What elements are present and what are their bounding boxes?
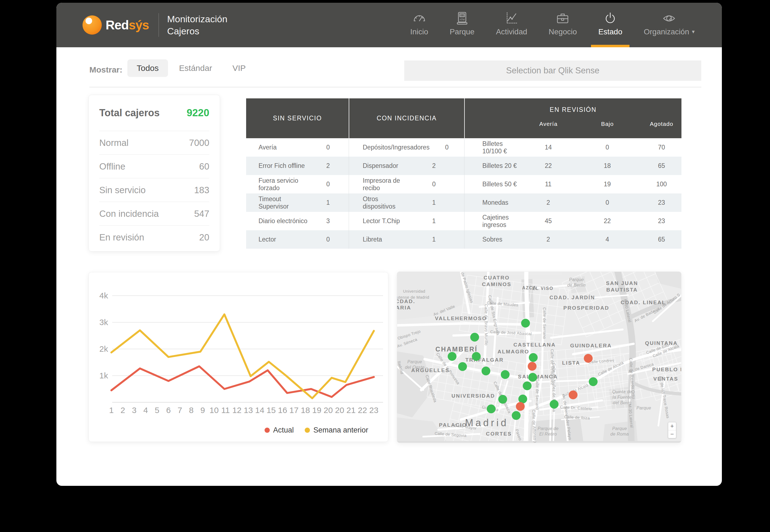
summary-row-value: 20 xyxy=(199,232,209,243)
en-revision-agotado: 23 xyxy=(642,193,682,212)
x-axis-tick: 21 xyxy=(347,406,356,415)
filter-option-vip[interactable]: VIP xyxy=(223,59,255,77)
summary-total-value: 9220 xyxy=(187,107,209,119)
map-label-district: PROSPERIDAD xyxy=(563,305,610,311)
en-revision-label: Monedas xyxy=(464,193,523,212)
atm-marker-green[interactable] xyxy=(481,367,490,375)
nav-label-parque: Parque xyxy=(450,27,474,36)
summary-title: Total cajeros xyxy=(99,107,159,119)
header-en-revision-columns: Avería Bajo Agotado xyxy=(465,121,682,127)
atm-marker-green[interactable] xyxy=(521,319,530,328)
atm-marker-green[interactable] xyxy=(448,352,456,361)
x-axis-tick: 6 xyxy=(166,406,171,415)
summary-row: Sin servicio183 xyxy=(99,178,209,202)
map-zoom-out-button[interactable]: − xyxy=(668,430,676,438)
summary-row: En revisión20 xyxy=(99,225,209,249)
atm-marker-green[interactable] xyxy=(523,381,531,390)
en-revision-bajo: 0 xyxy=(573,193,642,212)
atm-marker-red[interactable] xyxy=(584,354,593,363)
atm-marker-red[interactable] xyxy=(528,362,536,371)
map-label-district: VALLEHERMOSO xyxy=(435,315,487,321)
y-axis-tick: 2k xyxy=(99,344,108,353)
atm-marker-red[interactable] xyxy=(516,402,525,411)
sin-servicio-value: 2 xyxy=(308,157,349,175)
nav-label-organizacion: Organización▾ xyxy=(644,27,695,36)
map-label-street: Universidad xyxy=(403,289,425,293)
nav-item-estado[interactable]: Estado xyxy=(588,3,633,47)
filter-divider xyxy=(89,87,701,87)
x-axis-tick: 22 xyxy=(358,406,367,415)
status-table: SIN SERVICIO CON INCIDENCIA EN REVISIÓN … xyxy=(246,98,682,249)
atm-marker-green[interactable] xyxy=(487,404,495,413)
map-label-district: CDAD. JARDÍN xyxy=(549,295,595,300)
page-title: Monitorización Cajeros xyxy=(167,13,228,37)
filter-option-todos[interactable]: Todos xyxy=(127,59,168,77)
table-row: Diario electrónico3Lector T.Chip1Cajetin… xyxy=(246,212,682,230)
summary-row-label: Offline xyxy=(99,161,125,172)
nav-item-inicio[interactable]: Inicio xyxy=(400,3,439,47)
sin-servicio-label: Avería xyxy=(246,138,308,157)
atm-marker-green[interactable] xyxy=(529,353,537,362)
x-axis-tick: 4 xyxy=(143,406,148,415)
en-revision-agotado: 23 xyxy=(642,212,682,230)
sin-servicio-value: 0 xyxy=(308,175,349,193)
sin-servicio-label: Timeout Supervisor xyxy=(246,193,308,212)
atm-marker-green[interactable] xyxy=(550,400,558,409)
map-label-street: lutense de Madrid xyxy=(397,295,429,300)
filter-option-estandar[interactable]: Estándar xyxy=(170,59,222,77)
sin-servicio-value: 3 xyxy=(308,212,349,230)
en-revision-bajo: 19 xyxy=(573,175,642,193)
map-zoom-in-button[interactable]: + xyxy=(668,422,676,430)
atm-marker-green[interactable] xyxy=(501,370,509,379)
nav-item-organizacion[interactable]: Organización▾ xyxy=(633,3,705,47)
atm-marker-green[interactable] xyxy=(458,362,467,371)
atm-marker-green[interactable] xyxy=(589,377,598,386)
summary-title-row: Total cajeros 9220 xyxy=(99,95,209,131)
map-label-park: Quinta dela Fuentedel Berro xyxy=(612,389,632,405)
summary-row-value: 7000 xyxy=(189,138,209,148)
atm-marker-green[interactable] xyxy=(472,352,481,361)
nav-item-parque[interactable]: ATMParque xyxy=(439,3,485,47)
legend-item-semana-anterior[interactable]: Semana anterior xyxy=(305,426,368,434)
nav-item-actividad[interactable]: Actividad xyxy=(485,3,538,47)
map-label-street: Calle de Serrano xyxy=(535,378,539,410)
sin-servicio-value: 0 xyxy=(308,230,349,249)
map-zoom-control: + − xyxy=(668,422,676,438)
x-axis-tick: 11 xyxy=(221,406,230,415)
nav-label-estado: Estado xyxy=(599,27,622,36)
table-row: Avería0Depósitos/Ingresadores0Billetes 1… xyxy=(246,138,682,157)
atm-marker-green[interactable] xyxy=(470,333,479,342)
atm-marker-red[interactable] xyxy=(569,390,578,399)
series-semana-anterior xyxy=(111,314,374,398)
sin-servicio-value: 1 xyxy=(308,193,349,212)
legend-label: Actual xyxy=(273,426,294,434)
atm-marker-green[interactable] xyxy=(528,373,537,382)
qlik-selection-bar[interactable]: Selection bar Qlik Sense xyxy=(404,60,701,81)
brand: Redsýs Monitorización Cajeros xyxy=(56,13,228,37)
summary-row: Con incidencia547 xyxy=(99,202,209,225)
map-label-district: ALMAGRO xyxy=(497,349,529,354)
atm-marker-green[interactable] xyxy=(512,411,520,420)
en-revision-bajo: 4 xyxy=(573,230,642,249)
nav-item-negocio[interactable]: Negocio xyxy=(538,3,588,47)
status-table-body: Avería0Depósitos/Ingresadores0Billetes 1… xyxy=(246,138,682,249)
madrid-map[interactable]: CUATROCAMINOSAZCAEL VISOSAN JUANBAUTISTA… xyxy=(397,272,682,443)
legend-label: Semana anterior xyxy=(313,426,368,434)
map-label-district-sm: EL VISO xyxy=(532,286,553,291)
brand-name: Redsýs xyxy=(106,18,149,32)
chevron-down-icon: ▾ xyxy=(692,28,695,35)
legend-item-actual[interactable]: Actual xyxy=(265,426,294,434)
table-row: Fuera servicio forzado0Impresora de reci… xyxy=(246,175,682,193)
column-bajo: Bajo xyxy=(573,121,642,127)
x-axis-tick: 5 xyxy=(155,406,159,415)
x-axis-tick: 9 xyxy=(201,406,205,415)
x-axis-tick: 16 xyxy=(278,406,287,415)
map-label-district: UNIVERSIDAD xyxy=(451,393,495,399)
summary-rows: Normal7000Offline60Sin servicio183Con in… xyxy=(89,131,220,249)
atm-marker-green[interactable] xyxy=(498,395,507,404)
map-label-district: LISTA xyxy=(562,360,580,366)
sin-servicio-label: Fuera servicio forzado xyxy=(246,175,308,193)
brand-name-part1: Red xyxy=(106,18,129,32)
header-en-revision: EN REVISIÓN Avería Bajo Agotado xyxy=(464,98,682,138)
con-incidencia-value: 1 xyxy=(404,212,464,230)
